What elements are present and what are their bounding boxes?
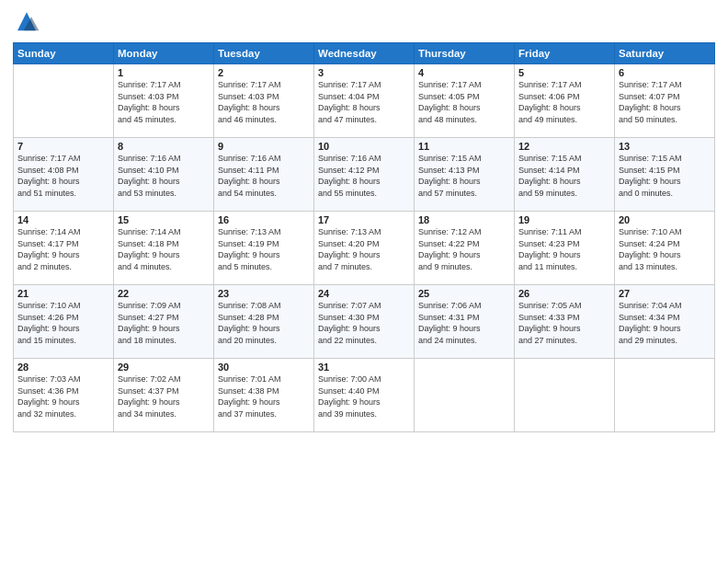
calendar-cell: 25Sunrise: 7:06 AMSunset: 4:31 PMDayligh… xyxy=(415,285,515,359)
header-day: Saturday xyxy=(615,43,715,64)
calendar-cell: 5Sunrise: 7:17 AMSunset: 4:06 PMDaylight… xyxy=(515,64,615,138)
calendar-cell: 15Sunrise: 7:14 AMSunset: 4:18 PMDayligh… xyxy=(114,212,214,285)
day-info: Sunrise: 7:15 AMSunset: 4:13 PMDaylight:… xyxy=(418,153,510,199)
day-number: 19 xyxy=(518,214,610,225)
day-info: Sunrise: 7:06 AMSunset: 4:31 PMDaylight:… xyxy=(418,300,510,346)
day-info: Sunrise: 7:17 AMSunset: 4:06 PMDaylight:… xyxy=(518,79,610,125)
day-info: Sunrise: 7:15 AMSunset: 4:14 PMDaylight:… xyxy=(518,153,610,199)
day-number: 10 xyxy=(318,141,410,152)
day-info: Sunrise: 7:14 AMSunset: 4:18 PMDaylight:… xyxy=(118,226,210,272)
calendar-cell: 30Sunrise: 7:01 AMSunset: 4:38 PMDayligh… xyxy=(214,359,314,432)
calendar-cell: 31Sunrise: 7:00 AMSunset: 4:40 PMDayligh… xyxy=(314,359,415,432)
day-number: 22 xyxy=(118,288,210,299)
day-info: Sunrise: 7:07 AMSunset: 4:30 PMDaylight:… xyxy=(318,300,410,346)
calendar-week-row: 28Sunrise: 7:03 AMSunset: 4:36 PMDayligh… xyxy=(14,359,715,432)
calendar-week-row: 7Sunrise: 7:17 AMSunset: 4:08 PMDaylight… xyxy=(14,138,715,212)
calendar-cell: 18Sunrise: 7:12 AMSunset: 4:22 PMDayligh… xyxy=(415,212,515,285)
calendar-cell: 6Sunrise: 7:17 AMSunset: 4:07 PMDaylight… xyxy=(615,64,715,138)
logo xyxy=(13,9,44,37)
page: SundayMondayTuesdayWednesdayThursdayFrid… xyxy=(0,0,728,563)
header-row: SundayMondayTuesdayWednesdayThursdayFrid… xyxy=(14,43,715,64)
day-info: Sunrise: 7:17 AMSunset: 4:08 PMDaylight:… xyxy=(17,153,109,199)
day-info: Sunrise: 7:02 AMSunset: 4:37 PMDaylight:… xyxy=(118,373,210,419)
calendar-cell: 21Sunrise: 7:10 AMSunset: 4:26 PMDayligh… xyxy=(14,285,114,359)
day-info: Sunrise: 7:11 AMSunset: 4:23 PMDaylight:… xyxy=(518,226,610,272)
calendar-cell: 23Sunrise: 7:08 AMSunset: 4:28 PMDayligh… xyxy=(214,285,314,359)
logo-icon xyxy=(13,9,40,37)
calendar-cell: 10Sunrise: 7:16 AMSunset: 4:12 PMDayligh… xyxy=(314,138,415,212)
day-number: 27 xyxy=(619,288,711,299)
day-number: 5 xyxy=(518,67,610,78)
calendar-cell: 19Sunrise: 7:11 AMSunset: 4:23 PMDayligh… xyxy=(515,212,615,285)
day-info: Sunrise: 7:08 AMSunset: 4:28 PMDaylight:… xyxy=(218,300,310,346)
header-day: Tuesday xyxy=(214,43,314,64)
day-number: 20 xyxy=(619,214,711,225)
day-number: 16 xyxy=(218,214,310,225)
day-info: Sunrise: 7:10 AMSunset: 4:24 PMDaylight:… xyxy=(619,226,711,272)
calendar-week-row: 14Sunrise: 7:14 AMSunset: 4:17 PMDayligh… xyxy=(14,212,715,285)
calendar-cell xyxy=(415,359,515,432)
calendar-week-row: 1Sunrise: 7:17 AMSunset: 4:03 PMDaylight… xyxy=(14,64,715,138)
calendar-cell: 7Sunrise: 7:17 AMSunset: 4:08 PMDaylight… xyxy=(14,138,114,212)
header-day: Wednesday xyxy=(314,43,415,64)
calendar-cell xyxy=(615,359,715,432)
day-info: Sunrise: 7:01 AMSunset: 4:38 PMDaylight:… xyxy=(218,373,310,419)
day-number: 21 xyxy=(17,288,109,299)
calendar-cell: 12Sunrise: 7:15 AMSunset: 4:14 PMDayligh… xyxy=(515,138,615,212)
day-number: 29 xyxy=(118,362,210,373)
header-day: Friday xyxy=(515,43,615,64)
calendar-cell: 14Sunrise: 7:14 AMSunset: 4:17 PMDayligh… xyxy=(14,212,114,285)
day-info: Sunrise: 7:14 AMSunset: 4:17 PMDaylight:… xyxy=(17,226,109,272)
day-number: 13 xyxy=(619,141,711,152)
calendar-cell: 17Sunrise: 7:13 AMSunset: 4:20 PMDayligh… xyxy=(314,212,415,285)
day-info: Sunrise: 7:17 AMSunset: 4:03 PMDaylight:… xyxy=(118,79,210,125)
day-info: Sunrise: 7:17 AMSunset: 4:03 PMDaylight:… xyxy=(218,79,310,125)
calendar-table: SundayMondayTuesdayWednesdayThursdayFrid… xyxy=(13,42,715,432)
day-info: Sunrise: 7:03 AMSunset: 4:36 PMDaylight:… xyxy=(17,373,109,419)
calendar-week-row: 21Sunrise: 7:10 AMSunset: 4:26 PMDayligh… xyxy=(14,285,715,359)
day-number: 3 xyxy=(318,67,410,78)
calendar-cell: 4Sunrise: 7:17 AMSunset: 4:05 PMDaylight… xyxy=(415,64,515,138)
calendar-cell: 16Sunrise: 7:13 AMSunset: 4:19 PMDayligh… xyxy=(214,212,314,285)
day-number: 8 xyxy=(118,141,210,152)
day-info: Sunrise: 7:04 AMSunset: 4:34 PMDaylight:… xyxy=(619,300,711,346)
day-info: Sunrise: 7:16 AMSunset: 4:10 PMDaylight:… xyxy=(118,153,210,199)
calendar-cell: 8Sunrise: 7:16 AMSunset: 4:10 PMDaylight… xyxy=(114,138,214,212)
header xyxy=(13,9,715,37)
calendar-cell: 13Sunrise: 7:15 AMSunset: 4:15 PMDayligh… xyxy=(615,138,715,212)
header-day: Thursday xyxy=(415,43,515,64)
day-info: Sunrise: 7:13 AMSunset: 4:20 PMDaylight:… xyxy=(318,226,410,272)
day-number: 18 xyxy=(418,214,510,225)
day-info: Sunrise: 7:15 AMSunset: 4:15 PMDaylight:… xyxy=(619,153,711,199)
day-info: Sunrise: 7:09 AMSunset: 4:27 PMDaylight:… xyxy=(118,300,210,346)
day-number: 7 xyxy=(17,141,109,152)
day-info: Sunrise: 7:17 AMSunset: 4:04 PMDaylight:… xyxy=(318,79,410,125)
calendar-cell: 11Sunrise: 7:15 AMSunset: 4:13 PMDayligh… xyxy=(415,138,515,212)
day-number: 6 xyxy=(619,67,711,78)
day-number: 12 xyxy=(518,141,610,152)
day-number: 23 xyxy=(218,288,310,299)
day-number: 15 xyxy=(118,214,210,225)
day-info: Sunrise: 7:00 AMSunset: 4:40 PMDaylight:… xyxy=(318,373,410,419)
calendar-cell: 29Sunrise: 7:02 AMSunset: 4:37 PMDayligh… xyxy=(114,359,214,432)
day-number: 31 xyxy=(318,362,410,373)
calendar-cell: 22Sunrise: 7:09 AMSunset: 4:27 PMDayligh… xyxy=(114,285,214,359)
day-number: 14 xyxy=(17,214,109,225)
day-info: Sunrise: 7:16 AMSunset: 4:12 PMDaylight:… xyxy=(318,153,410,199)
day-info: Sunrise: 7:10 AMSunset: 4:26 PMDaylight:… xyxy=(17,300,109,346)
day-info: Sunrise: 7:16 AMSunset: 4:11 PMDaylight:… xyxy=(218,153,310,199)
day-number: 30 xyxy=(218,362,310,373)
day-info: Sunrise: 7:17 AMSunset: 4:07 PMDaylight:… xyxy=(619,79,711,125)
day-info: Sunrise: 7:12 AMSunset: 4:22 PMDaylight:… xyxy=(418,226,510,272)
calendar-cell: 27Sunrise: 7:04 AMSunset: 4:34 PMDayligh… xyxy=(615,285,715,359)
day-number: 17 xyxy=(318,214,410,225)
calendar-cell xyxy=(515,359,615,432)
day-number: 25 xyxy=(418,288,510,299)
day-number: 9 xyxy=(218,141,310,152)
day-number: 1 xyxy=(118,67,210,78)
calendar-cell: 2Sunrise: 7:17 AMSunset: 4:03 PMDaylight… xyxy=(214,64,314,138)
calendar-cell xyxy=(14,64,114,138)
day-info: Sunrise: 7:13 AMSunset: 4:19 PMDaylight:… xyxy=(218,226,310,272)
calendar-cell: 9Sunrise: 7:16 AMSunset: 4:11 PMDaylight… xyxy=(214,138,314,212)
calendar-cell: 1Sunrise: 7:17 AMSunset: 4:03 PMDaylight… xyxy=(114,64,214,138)
